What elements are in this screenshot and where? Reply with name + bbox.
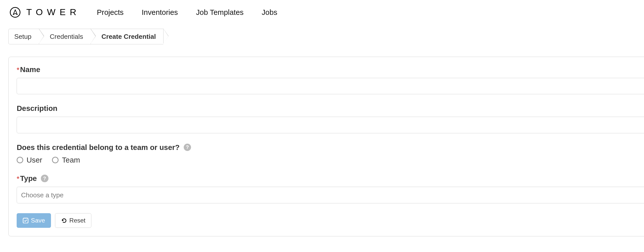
owner-label: Does this credential belong to a team or…: [17, 143, 179, 152]
owner-user-radio[interactable]: User: [17, 156, 42, 164]
reset-label: Reset: [69, 217, 86, 224]
nav-inventories[interactable]: Inventories: [142, 8, 178, 17]
owner-user-label: User: [26, 156, 42, 164]
owner-team-radio[interactable]: Team: [52, 156, 80, 164]
type-group: *Type ? Choose a type ▲▼: [17, 174, 644, 203]
undo-icon: [61, 218, 67, 224]
breadcrumb-setup[interactable]: Setup: [8, 29, 39, 44]
brand[interactable]: TOWER: [10, 7, 80, 18]
owner-group: Does this credential belong to a team or…: [17, 143, 644, 164]
radio-icon: [52, 157, 59, 163]
help-icon[interactable]: ?: [41, 175, 48, 182]
help-icon[interactable]: ?: [184, 144, 191, 151]
nav-jobs[interactable]: Jobs: [262, 8, 277, 17]
save-label: Save: [31, 217, 45, 224]
type-placeholder: Choose a type: [21, 191, 63, 199]
type-label: Type: [20, 174, 37, 182]
logo-icon: [10, 7, 20, 18]
button-row: Save Reset: [17, 213, 644, 228]
type-select[interactable]: Choose a type: [17, 187, 644, 203]
owner-team-label: Team: [62, 156, 80, 164]
main-nav: Projects Inventories Job Templates Jobs: [97, 8, 277, 17]
nav-projects[interactable]: Projects: [97, 8, 124, 17]
breadcrumb: Setup Credentials Create Credential: [0, 29, 644, 44]
topbar: TOWER Projects Inventories Job Templates…: [0, 0, 644, 25]
reset-button[interactable]: Reset: [55, 213, 91, 228]
required-marker: *Type: [17, 174, 37, 183]
breadcrumb-create-credential[interactable]: Create Credential: [91, 29, 164, 44]
breadcrumb-credentials[interactable]: Credentials: [39, 29, 91, 44]
name-group: *Name: [17, 65, 644, 94]
radio-icon: [17, 157, 23, 163]
description-group: Description: [17, 104, 644, 133]
brand-text: TOWER: [26, 7, 80, 17]
save-button[interactable]: Save: [17, 213, 51, 228]
description-label: Description: [17, 104, 57, 113]
check-icon: [23, 218, 29, 224]
required-marker: *Name: [17, 65, 40, 74]
description-field[interactable]: [17, 117, 644, 133]
name-label: Name: [20, 65, 40, 74]
nav-job-templates[interactable]: Job Templates: [196, 8, 244, 17]
name-field[interactable]: [17, 78, 644, 94]
form-panel: *Name Description Does this credential b…: [8, 57, 644, 236]
